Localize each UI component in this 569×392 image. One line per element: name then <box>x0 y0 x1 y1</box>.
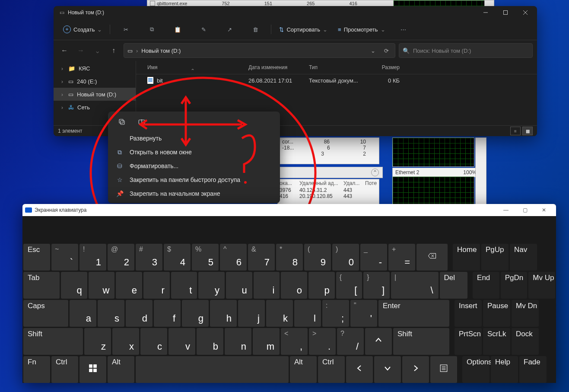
key-b[interactable]: b <box>197 328 223 355</box>
key-space[interactable] <box>136 356 289 383</box>
paste-button[interactable]: 📋 <box>165 22 190 36</box>
key-o[interactable]: o <box>281 272 307 299</box>
sidebar-item-current[interactable]: ›▭Новый том (D:) <box>54 88 136 101</box>
key-win[interactable] <box>79 356 106 383</box>
key-m[interactable]: m <box>253 328 280 355</box>
file-row[interactable]: bit 26.08.2021 17:01 Текстовый докум... … <box>136 74 537 86</box>
key-1[interactable]: !1 <box>79 244 106 271</box>
key-/[interactable]: ?/ <box>337 328 364 355</box>
key-`[interactable]: ~` <box>51 244 78 271</box>
share-button[interactable]: ↗ <box>217 22 242 36</box>
menu-pin-start[interactable]: 📌Закрепить на начальном экране <box>108 187 280 201</box>
titlebar[interactable]: ▭ Новый том (D:) <box>54 6 537 19</box>
key-menu[interactable] <box>430 356 457 383</box>
key-;[interactable]: :; <box>322 300 349 327</box>
key-][interactable]: }] <box>363 272 390 299</box>
key-,[interactable]: <, <box>281 328 308 355</box>
key-Fn[interactable]: Fn <box>23 356 50 383</box>
key-u[interactable]: u <box>226 272 252 299</box>
key-Del[interactable]: Del <box>440 272 468 299</box>
key-Caps[interactable]: Caps <box>23 300 68 327</box>
history-chevron-icon[interactable]: ⌄ <box>368 48 378 54</box>
key-Insert[interactable]: Insert <box>455 300 482 327</box>
key-Dock[interactable]: Dock <box>512 328 539 355</box>
key--[interactable]: _- <box>360 244 387 271</box>
key-=[interactable]: += <box>388 244 415 271</box>
delete-button[interactable]: 🗑 <box>243 22 267 36</box>
menu-expand[interactable]: Развернуть <box>108 131 280 145</box>
key-Pause[interactable]: Pause <box>483 300 510 327</box>
columns-header[interactable]: Имя⌃ Дата изменения Тип Размер <box>136 61 537 74</box>
key-v[interactable]: v <box>168 328 195 355</box>
key-Alt[interactable]: Alt <box>290 356 317 383</box>
key-g[interactable]: g <box>182 300 209 327</box>
key-Nav[interactable]: Nav <box>510 244 537 271</box>
key-up[interactable] <box>365 328 392 355</box>
key-x[interactable]: x <box>112 328 139 355</box>
search-input[interactable]: 🔍 Поиск: Новый том (D:) <box>399 43 533 58</box>
key-Alt[interactable]: Alt <box>108 356 134 383</box>
key-down[interactable] <box>374 356 401 383</box>
key-j[interactable]: j <box>238 300 265 327</box>
sidebar-item[interactable]: ›📁КЯС <box>54 62 136 75</box>
view-button[interactable]: ≡Просмотреть⌄ <box>334 22 390 36</box>
key-z[interactable]: z <box>84 328 111 355</box>
resmon-scrollbar[interactable] <box>475 137 486 205</box>
close-button[interactable] <box>515 6 535 19</box>
key-Shift[interactable]: Shift <box>393 328 449 355</box>
key-PgUp[interactable]: PgUp <box>481 244 509 271</box>
key-3[interactable]: #3 <box>136 244 162 271</box>
key-'[interactable]: "' <box>350 300 377 327</box>
key-7[interactable]: &7 <box>248 244 275 271</box>
forward-button[interactable]: → <box>74 44 87 57</box>
rename-icon[interactable] <box>137 117 147 127</box>
up-button[interactable]: ↑ <box>107 44 120 57</box>
key-4[interactable]: $4 <box>164 244 191 271</box>
key-l[interactable]: l <box>294 300 321 327</box>
rename-button[interactable]: ✎ <box>191 22 216 36</box>
key-5[interactable]: %5 <box>192 244 219 271</box>
refresh-button[interactable]: ⟳ <box>381 48 391 54</box>
key-p[interactable]: p <box>308 272 335 299</box>
menu-format[interactable]: ⛁Форматировать... <box>108 159 280 173</box>
sort-button[interactable]: ⇅Сортировать⌄ <box>275 22 332 36</box>
key-e[interactable]: e <box>116 272 142 299</box>
key-End[interactable]: End <box>473 272 499 299</box>
key-Options[interactable]: Options <box>462 356 490 383</box>
key-Mv Dn[interactable]: Mv Dn <box>512 300 539 327</box>
key-[[interactable]: {[ <box>336 272 362 299</box>
key-r[interactable]: r <box>143 272 170 299</box>
maximize-button[interactable] <box>496 6 515 19</box>
key-2[interactable]: @2 <box>108 244 134 271</box>
key-PrtScn[interactable]: PrtScn <box>455 328 482 355</box>
key-d[interactable]: d <box>126 300 153 327</box>
breadcrumb[interactable]: Новый том (D:) <box>141 48 181 54</box>
minimize-button[interactable] <box>476 6 496 19</box>
new-button[interactable]: + Создать ⌄ <box>59 22 106 36</box>
key-Home[interactable]: Home <box>453 244 480 271</box>
key-Tab[interactable]: Tab <box>23 272 60 299</box>
osk-titlebar[interactable]: Экранная клавиатура — ▢ ✕ <box>22 204 556 216</box>
key-0[interactable]: )0 <box>332 244 359 271</box>
key-s[interactable]: s <box>98 300 124 327</box>
key-i[interactable]: i <box>254 272 280 299</box>
back-button[interactable]: ← <box>58 44 71 57</box>
key-bksp[interactable] <box>416 244 448 271</box>
key-q[interactable]: q <box>61 272 87 299</box>
key-y[interactable]: y <box>198 272 225 299</box>
resmon-scroll[interactable]: ⌃ <box>277 167 383 178</box>
recent-button[interactable]: ⌄ <box>91 44 104 57</box>
key-c[interactable]: c <box>140 328 167 355</box>
key-Ctrl[interactable]: Ctrl <box>51 356 78 383</box>
key-Enter[interactable]: Enter <box>378 300 449 327</box>
copy-button[interactable]: ⧉ <box>140 22 164 36</box>
key-.[interactable]: >. <box>309 328 336 355</box>
key-a[interactable]: a <box>70 300 96 327</box>
key-\[interactable]: |\ <box>391 272 439 299</box>
menu-pin-quick[interactable]: ☆Закрепить на панели быстрого доступа <box>108 173 280 187</box>
copy-icon[interactable] <box>117 117 127 127</box>
key-left[interactable] <box>346 356 373 383</box>
address-bar[interactable]: ▭ › Новый том (D:) ⌄ ⟳ <box>124 43 395 58</box>
key-ScrLk[interactable]: ScrLk <box>483 328 510 355</box>
details-view-button[interactable]: ≡ <box>510 127 521 135</box>
